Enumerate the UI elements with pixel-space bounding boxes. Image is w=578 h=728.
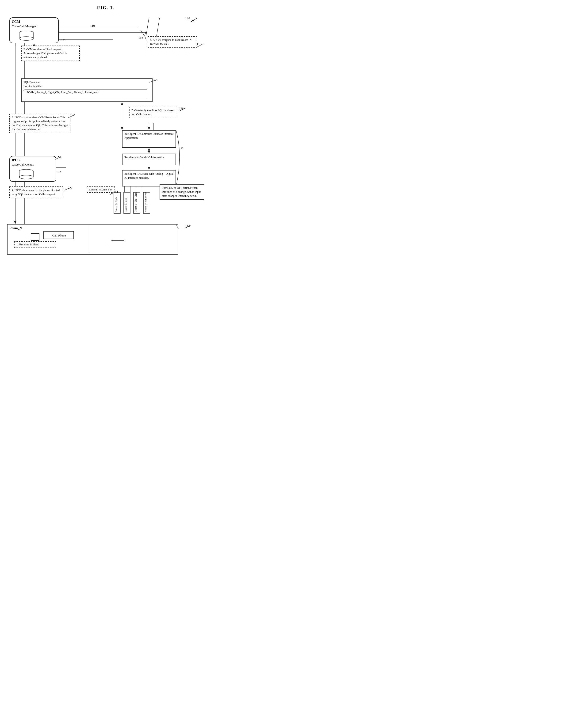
svg-line-29 — [191, 18, 197, 22]
ccm-title: CCM — [12, 19, 56, 24]
ref-152a: 152 — [61, 38, 66, 42]
ref134-arrow — [109, 191, 116, 196]
note-ccm-receives: 2. CCM receives off hook request. Acknow… — [21, 46, 80, 61]
bar-label-4: Room_N Whatever — [144, 192, 147, 212]
svg-line-34 — [180, 108, 185, 111]
svg-line-32 — [149, 80, 156, 82]
figure-title: FIG. 1. — [7, 5, 204, 11]
svg-line-46 — [110, 192, 116, 194]
bar-label-1: Room_N Light — [114, 197, 117, 212]
db-cylinder-ccm — [18, 31, 34, 41]
ref114-arrow — [184, 225, 191, 229]
ref138-arrow — [179, 107, 186, 112]
ccm-box: CCM Cisco Call Manager — [9, 17, 59, 43]
ref-142: 142 — [179, 147, 184, 150]
page: FIG. 1. — [0, 0, 211, 266]
bar-label-2: Room_N Bell — [125, 198, 127, 212]
svg-line-41 — [64, 187, 71, 190]
io-controller-box: Intelligent IO Controller Database Inter… — [122, 130, 176, 148]
note-ipcc-script: 3. IPCC script receives CCM Route Point.… — [9, 114, 71, 133]
note-sql-monitor: 7. Constantly monitors SQL database for … — [129, 107, 178, 119]
note-turns-on: Turns ON or OFF actions when informed of… — [160, 184, 204, 200]
svg-line-40 — [55, 157, 60, 159]
svg-point-28 — [19, 36, 33, 41]
io-recv-send-box: Receives and Sends IO information. — [122, 154, 176, 165]
svg-point-39 — [19, 175, 33, 179]
db-cylinder-ipcc — [18, 169, 34, 180]
ipcc-box: IPCC Cisco Call Center. — [9, 156, 56, 182]
room-n-large-box — [7, 224, 178, 255]
note-7920: 5. A 7920 assigned to iCall Room_N recei… — [148, 36, 197, 48]
ref122-arrow — [66, 114, 75, 120]
svg-line-31 — [197, 44, 203, 47]
svg-marker-30 — [145, 18, 160, 39]
note-ipcc-call: 4. IPCC places a call to the phone direc… — [9, 186, 63, 198]
ccm-subtitle: Cisco Call Manager — [12, 24, 56, 28]
sql-inner-text: ICall-n, Room_#, Light_ON, Ring_Bell, Ph… — [27, 90, 100, 94]
svg-line-33 — [68, 115, 75, 118]
ref-118: 118 — [138, 36, 143, 40]
ipcc-subtitle: Cisco Call Center. — [12, 162, 54, 167]
svg-line-48 — [185, 226, 191, 228]
ref100-arrow — [188, 17, 199, 24]
ref-110: 110 — [90, 24, 95, 28]
ipcc-title: IPCC — [12, 158, 54, 162]
diagram: CCM Cisco Call Manager 100 110 118 130 — [7, 15, 204, 262]
bar-label-3: Room_N Em_Light — [134, 192, 137, 212]
ref126-arrow — [63, 186, 72, 192]
ref154-arrow — [148, 79, 157, 84]
ref-152b: 152 — [56, 170, 61, 174]
ref150-arrow — [54, 156, 61, 161]
sql-inner-box: ICall-n, Room_#, Light_ON, Ring_Bell, Ph… — [25, 89, 147, 98]
sql-db-box: SQL Database: Located in either: CCM or … — [21, 78, 153, 102]
